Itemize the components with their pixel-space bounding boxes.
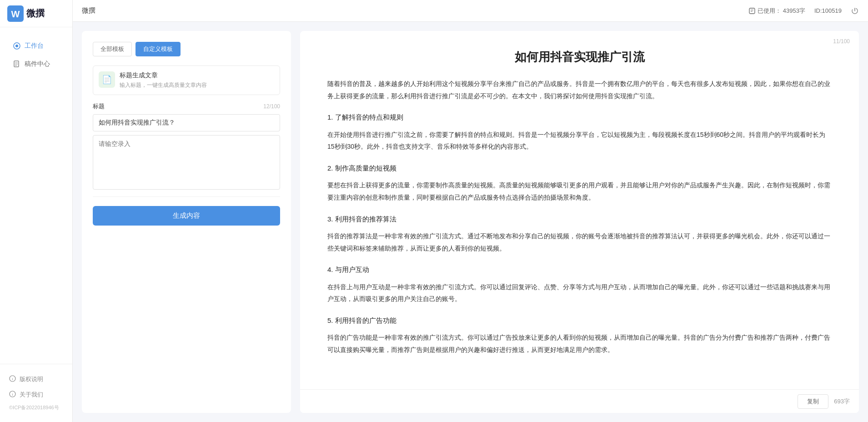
article-body: 随着抖音的普及，越来越多的人开始利用这个短视频分享平台来推广自己的产品或服务。抖… bbox=[327, 78, 832, 356]
section-heading-4: 4. 与用户互动 bbox=[327, 263, 832, 276]
circle-info-icon: i bbox=[9, 391, 16, 399]
sidebar-item-drafts[interactable]: 稿件中心 bbox=[4, 55, 69, 73]
tab-all-templates[interactable]: 全部模板 bbox=[93, 42, 132, 56]
header-id: ID:100519 bbox=[814, 7, 842, 14]
sidebar-item-workbench-label: 工作台 bbox=[25, 42, 44, 50]
template-card[interactable]: 📄 标题生成文章 输入标题，一键生成高质量文章内容 bbox=[93, 65, 280, 95]
title-label-row: 标题 12/100 bbox=[93, 102, 280, 111]
form-section: 标题 12/100 生成内容 bbox=[93, 102, 280, 402]
about-label: 关于我们 bbox=[20, 391, 43, 399]
file-icon bbox=[13, 60, 21, 68]
left-panel: 全部模板 自定义模板 📄 标题生成文章 输入标题，一键生成高质量文章内容 标题 … bbox=[82, 31, 291, 413]
sidebar-item-drafts-label: 稿件中心 bbox=[25, 60, 50, 68]
app-name: 微撰 bbox=[26, 7, 45, 20]
home-icon bbox=[13, 42, 21, 50]
form-divider bbox=[93, 196, 280, 197]
svg-rect-9 bbox=[749, 8, 755, 14]
header: 微撰 已使用： 43953字 ID:100519 bbox=[73, 0, 868, 22]
database-icon bbox=[748, 7, 756, 15]
copy-button[interactable]: 复制 bbox=[798, 394, 828, 409]
article-para-2: 要想在抖音上获得更多的流量，你需要制作高质量的短视频。高质量的短视频能够吸引更多… bbox=[327, 179, 832, 203]
section-heading-1: 1. 了解抖音的特点和规则 bbox=[327, 111, 832, 124]
article-para-5: 抖音的广告功能是一种非常有效的推广引流方式。你可以通过广告投放来让更多的人看到你… bbox=[327, 332, 832, 356]
sidebar-item-workbench[interactable]: 工作台 bbox=[4, 37, 69, 55]
header-right: 已使用： 43953字 ID:100519 bbox=[748, 7, 859, 15]
info-icon: i bbox=[9, 375, 16, 383]
article-para-3: 抖音的推荐算法是一种非常有效的推广引流方式。通过不断地发布和分享自己的短视频，你… bbox=[327, 230, 832, 254]
article-para-4: 在抖音上与用户互动是一种非常有效的推广引流方式。你可以通过回复评论、点赞、分享等… bbox=[327, 281, 832, 305]
article-content: 如何用抖音实现推广引流 随着抖音的普及，越来越多的人开始利用这个短视频分享平台来… bbox=[300, 31, 859, 413]
article-footer: 复制 693字 bbox=[300, 389, 859, 413]
usage-count: 43953字 bbox=[783, 7, 805, 15]
template-desc: 输入标题，一键生成高质量文章内容 bbox=[120, 81, 207, 89]
main-area: 微撰 已使用： 43953字 ID:100519 bbox=[73, 0, 868, 422]
sidebar-nav: 工作台 稿件中心 bbox=[0, 27, 72, 364]
svg-text:i: i bbox=[12, 392, 13, 397]
copyright-label: 版权说明 bbox=[20, 375, 43, 383]
power-icon[interactable] bbox=[851, 7, 859, 15]
sidebar: W 微撰 工作台 稿件中心 bbox=[0, 0, 73, 422]
content-area: 全部模板 自定义模板 📄 标题生成文章 输入标题，一键生成高质量文章内容 标题 … bbox=[73, 22, 868, 422]
sidebar-item-copyright[interactable]: i 版权说明 bbox=[0, 372, 72, 387]
svg-text:W: W bbox=[11, 9, 20, 19]
template-tabs: 全部模板 自定义模板 bbox=[93, 42, 280, 56]
page-count: 11/100 bbox=[833, 38, 850, 45]
logo-icon: W bbox=[7, 5, 24, 22]
keywords-textarea[interactable] bbox=[93, 135, 280, 190]
section-heading-5: 5. 利用抖音的广告功能 bbox=[327, 314, 832, 327]
template-icon: 📄 bbox=[99, 71, 115, 88]
template-name: 标题生成文章 bbox=[120, 71, 207, 80]
sidebar-item-about[interactable]: i 关于我们 bbox=[0, 387, 72, 402]
article-para-1: 在开始使用抖音进行推广引流之前，你需要了解抖音的特点和规则。抖音是一个短视频分享… bbox=[327, 129, 832, 153]
template-info: 标题生成文章 输入标题，一键生成高质量文章内容 bbox=[120, 71, 207, 89]
tab-custom-templates[interactable]: 自定义模板 bbox=[135, 42, 181, 56]
section-heading-3: 3. 利用抖音的推荐算法 bbox=[327, 213, 832, 226]
article-title: 如何用抖音实现推广引流 bbox=[327, 49, 832, 65]
word-count: 693字 bbox=[834, 397, 850, 406]
article-intro: 随着抖音的普及，越来越多的人开始利用这个短视频分享平台来推广自己的产品或服务。抖… bbox=[327, 78, 832, 102]
svg-point-3 bbox=[15, 45, 18, 47]
header-title: 微撰 bbox=[82, 6, 95, 15]
sidebar-logo: W 微撰 bbox=[0, 0, 72, 27]
header-usage: 已使用： 43953字 bbox=[748, 7, 805, 15]
right-panel: 11/100 如何用抖音实现推广引流 随着抖音的普及，越来越多的人开始利用这个短… bbox=[300, 31, 859, 413]
sidebar-bottom: i 版权说明 i 关于我们 ©ICP备2022018946号 bbox=[0, 364, 72, 422]
title-input[interactable] bbox=[93, 114, 280, 131]
title-counter: 12/100 bbox=[263, 103, 280, 110]
generate-button[interactable]: 生成内容 bbox=[93, 206, 280, 226]
title-label: 标题 bbox=[93, 102, 105, 111]
icp-text: ©ICP备2022018946号 bbox=[0, 402, 72, 415]
usage-label: 已使用： bbox=[758, 7, 781, 15]
section-heading-2: 2. 制作高质量的短视频 bbox=[327, 162, 832, 175]
svg-text:i: i bbox=[12, 377, 13, 381]
